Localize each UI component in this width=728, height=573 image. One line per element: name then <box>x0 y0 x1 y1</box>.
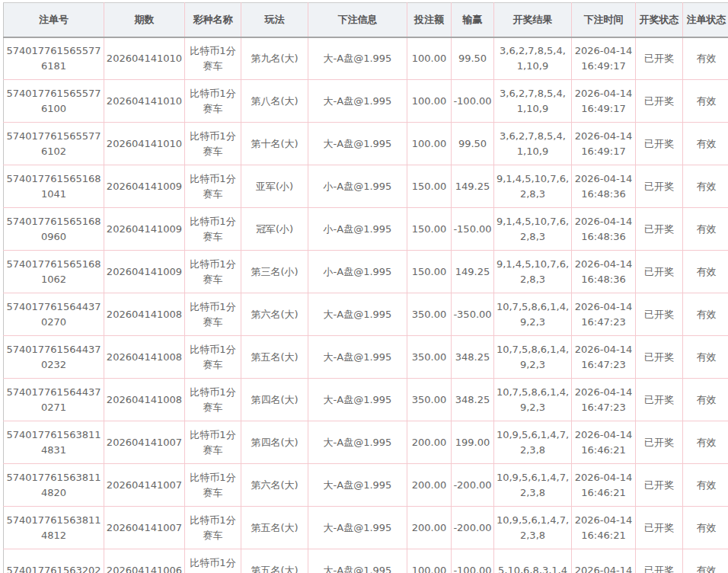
cell-order-status: 有效 <box>683 336 728 379</box>
cell-period: 202604141009 <box>104 165 185 208</box>
cell-bet-id: 5740177615644370270 <box>4 293 104 336</box>
cell-play-type: 第十名(大) <box>241 123 308 165</box>
cell-bet-time: 2026-04-14 16:48:36 <box>572 165 636 208</box>
cell-lottery-name: 比特币1分赛车 <box>185 251 241 293</box>
cell-win-loss: 149.25 <box>452 165 494 208</box>
cell-draw-status: 已开奖 <box>636 421 683 464</box>
cell-order-status: 有效 <box>683 251 728 293</box>
cell-lottery-name: 比特币1分赛车 <box>185 379 241 421</box>
cell-draw-result: 10,9,5,6,1,4,7,2,3,8 <box>494 507 572 549</box>
table-row: 5740177615638114812 202604141007 比特币1分赛车… <box>4 507 728 549</box>
cell-draw-status: 已开奖 <box>636 37 683 80</box>
column-header-order-status: 注单状态 <box>683 3 728 37</box>
cell-bet-time: 2026-04-14 16:48:36 <box>572 208 636 251</box>
cell-bet-info: 大-A盘@1.995 <box>308 336 407 379</box>
cell-period: 202604141008 <box>104 379 185 421</box>
cell-bet-time: 2026-04-14 16:47:23 <box>572 293 636 336</box>
cell-order-status: 有效 <box>683 421 728 464</box>
column-header-bet-id: 注单号 <box>4 3 104 37</box>
cell-period: 202604141009 <box>104 208 185 251</box>
cell-bet-time: 2026-04-14 <box>572 549 636 573</box>
cell-bet-amount: 200.00 <box>407 464 452 507</box>
cell-draw-result: 10,9,5,6,1,4,7,2,3,8 <box>494 421 572 464</box>
column-header-draw-result: 开奖结果 <box>494 3 572 37</box>
cell-bet-time: 2026-04-14 16:46:21 <box>572 421 636 464</box>
cell-win-loss: -100.00 <box>452 80 494 123</box>
cell-draw-status: 已开奖 <box>636 464 683 507</box>
cell-bet-info: 小-A盘@1.995 <box>308 165 407 208</box>
cell-bet-info: 大-A盘@1.995 <box>308 549 407 573</box>
cell-bet-amount: 100.00 <box>407 37 452 80</box>
cell-order-status: 有效 <box>683 208 728 251</box>
cell-bet-time: 2026-04-14 16:49:17 <box>572 123 636 165</box>
cell-bet-info: 大-A盘@1.995 <box>308 293 407 336</box>
table-row: 5740177615651680960 202604141009 比特币1分赛车… <box>4 208 728 251</box>
cell-lottery-name: 比特币1分赛车 <box>185 549 241 573</box>
cell-draw-status: 已开奖 <box>636 165 683 208</box>
cell-bet-amount: 100.00 <box>407 549 452 573</box>
cell-win-loss: 348.25 <box>452 379 494 421</box>
cell-bet-info: 大-A盘@1.995 <box>308 80 407 123</box>
column-header-bet-time: 下注时间 <box>572 3 636 37</box>
cell-bet-amount: 350.00 <box>407 293 452 336</box>
cell-win-loss: 99.50 <box>452 123 494 165</box>
cell-bet-id: 5740177615655776181 <box>4 37 104 80</box>
cell-lottery-name: 比特币1分赛车 <box>185 293 241 336</box>
table-header-row: 注单号 期数 彩种名称 玩法 下注信息 投注额 输赢 开奖结果 下注时间 开奖状… <box>4 3 728 37</box>
cell-draw-status: 已开奖 <box>636 507 683 549</box>
cell-bet-amount: 200.00 <box>407 507 452 549</box>
column-header-bet-amount: 投注额 <box>407 3 452 37</box>
cell-bet-time: 2026-04-14 16:49:17 <box>572 37 636 80</box>
table-row: 5740177615651681062 202604141009 比特币1分赛车… <box>4 251 728 293</box>
cell-bet-amount: 150.00 <box>407 208 452 251</box>
cell-play-type: 亚军(小) <box>241 165 308 208</box>
table-row: 5740177615638114831 202604141007 比特币1分赛车… <box>4 421 728 464</box>
cell-draw-status: 已开奖 <box>636 336 683 379</box>
cell-bet-amount: 100.00 <box>407 80 452 123</box>
cell-draw-result: 3,6,2,7,8,5,4,1,10,9 <box>494 80 572 123</box>
cell-bet-amount: 350.00 <box>407 379 452 421</box>
cell-lottery-name: 比特币1分赛车 <box>185 37 241 80</box>
cell-play-type: 第四名(大) <box>241 379 308 421</box>
column-header-bet-info: 下注信息 <box>308 3 407 37</box>
cell-win-loss: -350.00 <box>452 293 494 336</box>
cell-bet-id: 5740177615655776102 <box>4 123 104 165</box>
cell-bet-time: 2026-04-14 16:47:23 <box>572 336 636 379</box>
cell-lottery-name: 比特币1分赛车 <box>185 80 241 123</box>
cell-bet-info: 大-A盘@1.995 <box>308 507 407 549</box>
cell-bet-time: 2026-04-14 16:48:36 <box>572 251 636 293</box>
cell-bet-id: 574017761563202 <box>4 549 104 573</box>
cell-win-loss: -150.00 <box>452 208 494 251</box>
cell-order-status: 有效 <box>683 507 728 549</box>
table-row: 5740177615651681041 202604141009 比特币1分赛车… <box>4 165 728 208</box>
cell-win-loss: 99.50 <box>452 37 494 80</box>
cell-draw-result: 10,7,5,8,6,1,4,9,2,3 <box>494 379 572 421</box>
cell-play-type: 第五名(大) <box>241 336 308 379</box>
cell-draw-status: 已开奖 <box>636 123 683 165</box>
cell-draw-result: 5,10,6,8,3,1,4 <box>494 549 572 573</box>
cell-period: 202604141008 <box>104 336 185 379</box>
cell-bet-time: 2026-04-14 16:49:17 <box>572 80 636 123</box>
cell-draw-status: 已开奖 <box>636 80 683 123</box>
cell-bet-amount: 150.00 <box>407 251 452 293</box>
cell-bet-id: 5740177615644370271 <box>4 379 104 421</box>
bet-records-panel: 注单号 期数 彩种名称 玩法 下注信息 投注额 输赢 开奖结果 下注时间 开奖状… <box>3 2 728 573</box>
cell-period: 202604141008 <box>104 293 185 336</box>
cell-bet-id: 5740177615651681041 <box>4 165 104 208</box>
cell-order-status: 有效 <box>683 80 728 123</box>
cell-bet-id: 5740177615644370232 <box>4 336 104 379</box>
cell-win-loss: 199.00 <box>452 421 494 464</box>
cell-order-status: 有效 <box>683 293 728 336</box>
cell-lottery-name: 比特币1分赛车 <box>185 421 241 464</box>
column-header-period: 期数 <box>104 3 185 37</box>
cell-draw-result: 9,1,4,5,10,7,6,2,8,3 <box>494 165 572 208</box>
table-row: 5740177615644370270 202604141008 比特币1分赛车… <box>4 293 728 336</box>
cell-period: 202604141009 <box>104 251 185 293</box>
column-header-lottery-name: 彩种名称 <box>185 3 241 37</box>
cell-bet-info: 大-A盘@1.995 <box>308 123 407 165</box>
cell-bet-amount: 200.00 <box>407 421 452 464</box>
cell-order-status: 有效 <box>683 123 728 165</box>
cell-draw-result: 10,9,5,6,1,4,7,2,3,8 <box>494 464 572 507</box>
cell-lottery-name: 比特币1分赛车 <box>185 165 241 208</box>
cell-bet-info: 大-A盘@1.995 <box>308 421 407 464</box>
